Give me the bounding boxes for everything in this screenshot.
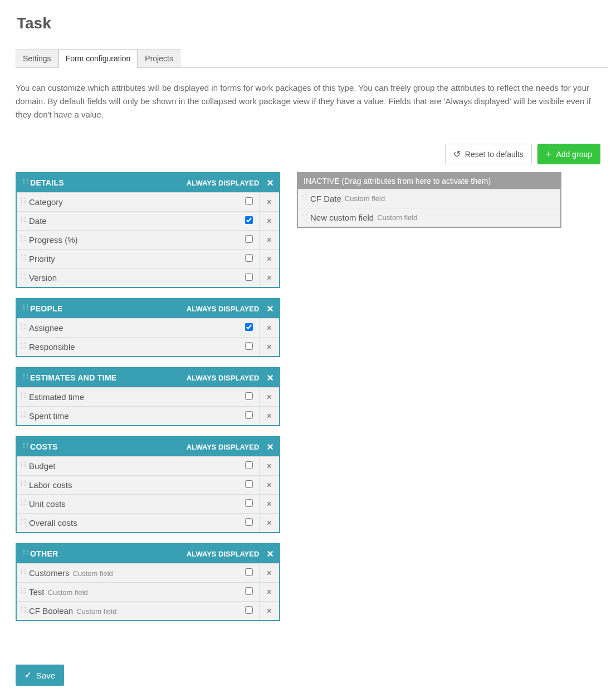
always-displayed-checkbox[interactable] xyxy=(245,254,253,262)
remove-group-icon[interactable]: × xyxy=(267,441,273,452)
always-displayed-checkbox[interactable] xyxy=(245,197,253,205)
group-header[interactable]: OTHERALWAYS DISPLAYED× xyxy=(17,544,279,563)
remove-field-icon[interactable]: × xyxy=(259,583,279,601)
always-displayed-checkbox[interactable] xyxy=(245,216,253,224)
drag-handle-icon[interactable] xyxy=(20,499,26,509)
field-row[interactable]: Category× xyxy=(17,192,279,211)
drag-handle-icon[interactable] xyxy=(20,518,26,528)
drag-handle-icon[interactable] xyxy=(20,216,26,226)
drag-handle-icon[interactable] xyxy=(20,606,26,616)
drag-handle-icon[interactable] xyxy=(301,213,307,222)
drag-handle-icon[interactable] xyxy=(20,323,26,333)
drag-handle-icon[interactable] xyxy=(22,442,27,451)
always-displayed-checkbox[interactable] xyxy=(245,273,253,281)
always-displayed-checkbox[interactable] xyxy=(245,342,253,350)
group-name: COSTS xyxy=(30,442,187,451)
always-displayed-checkbox[interactable] xyxy=(245,606,253,614)
field-row[interactable]: Budget× xyxy=(17,456,279,475)
field-row[interactable]: Estimated time× xyxy=(17,387,279,406)
field-row[interactable]: CustomersCustom field× xyxy=(17,563,279,582)
add-group-button[interactable]: + Add group xyxy=(537,144,600,164)
remove-field-icon[interactable]: × xyxy=(259,212,279,230)
tab-projects[interactable]: Projects xyxy=(138,49,180,68)
always-displayed-checkbox[interactable] xyxy=(245,480,253,488)
drag-handle-icon[interactable] xyxy=(22,373,27,382)
inactive-field-row[interactable]: New custom fieldCustom field xyxy=(298,208,560,227)
always-displayed-checkbox[interactable] xyxy=(245,323,253,331)
always-displayed-checkbox[interactable] xyxy=(245,411,253,419)
remove-field-icon[interactable]: × xyxy=(259,269,279,287)
field-row[interactable]: Priority× xyxy=(17,249,279,268)
remove-field-icon[interactable]: × xyxy=(259,564,279,582)
drag-handle-icon[interactable] xyxy=(20,568,26,578)
drag-handle-icon[interactable] xyxy=(20,587,26,597)
remove-field-icon[interactable]: × xyxy=(259,495,279,513)
always-displayed-checkbox[interactable] xyxy=(245,235,253,243)
group-header[interactable]: DETAILSALWAYS DISPLAYED× xyxy=(17,173,279,192)
tab-settings[interactable]: Settings xyxy=(16,49,58,68)
group-estimates-and-time: ESTIMATES AND TIMEALWAYS DISPLAYED×Estim… xyxy=(16,367,280,426)
remove-group-icon[interactable]: × xyxy=(267,177,273,188)
field-label: Version xyxy=(29,273,239,282)
plus-icon: + xyxy=(546,150,552,158)
drag-handle-icon[interactable] xyxy=(22,549,27,558)
remove-field-icon[interactable]: × xyxy=(259,193,279,211)
remove-group-icon[interactable]: × xyxy=(267,548,273,559)
group-header[interactable]: ESTIMATES AND TIMEALWAYS DISPLAYED× xyxy=(17,368,279,387)
field-suffix: Custom field xyxy=(345,194,385,203)
remove-field-icon[interactable]: × xyxy=(259,476,279,494)
remove-field-icon[interactable]: × xyxy=(259,250,279,268)
field-label: Progress (%) xyxy=(29,235,239,245)
remove-field-icon[interactable]: × xyxy=(259,602,279,620)
remove-field-icon[interactable]: × xyxy=(259,319,279,337)
drag-handle-icon[interactable] xyxy=(20,461,26,471)
field-row[interactable]: CF BooleanCustom field× xyxy=(17,601,279,620)
always-displayed-heading: ALWAYS DISPLAYED xyxy=(187,550,260,558)
always-displayed-checkbox[interactable] xyxy=(245,568,253,576)
reset-defaults-button[interactable]: ↺ Reset to defaults xyxy=(445,144,532,164)
always-displayed-checkbox[interactable] xyxy=(245,392,253,400)
group-name: ESTIMATES AND TIME xyxy=(30,373,187,382)
drag-handle-icon[interactable] xyxy=(22,304,27,313)
group-header[interactable]: COSTSALWAYS DISPLAYED× xyxy=(17,437,279,456)
field-row[interactable]: Date× xyxy=(17,211,279,230)
always-displayed-checkbox[interactable] xyxy=(245,518,253,526)
remove-field-icon[interactable]: × xyxy=(259,338,279,356)
remove-field-icon[interactable]: × xyxy=(259,407,279,425)
group-header[interactable]: PEOPLEALWAYS DISPLAYED× xyxy=(17,299,279,318)
field-row[interactable]: Spent time× xyxy=(17,406,279,425)
save-button[interactable]: Save xyxy=(16,665,64,686)
drag-handle-icon[interactable] xyxy=(20,254,26,263)
field-row[interactable]: Progress (%)× xyxy=(17,230,279,249)
drag-handle-icon[interactable] xyxy=(20,273,26,282)
field-suffix: Custom field xyxy=(73,569,113,578)
field-row[interactable]: Unit costs× xyxy=(17,494,279,513)
always-displayed-checkbox[interactable] xyxy=(245,461,253,469)
field-label: CF Date xyxy=(310,194,341,203)
field-row[interactable]: Responsible× xyxy=(17,337,279,356)
remove-field-icon[interactable]: × xyxy=(259,231,279,249)
tab-form-configuration[interactable]: Form configuration xyxy=(58,49,138,68)
remove-group-icon[interactable]: × xyxy=(267,372,273,383)
drag-handle-icon[interactable] xyxy=(20,197,26,207)
always-displayed-checkbox[interactable] xyxy=(245,587,253,595)
field-row[interactable]: Version× xyxy=(17,268,279,287)
drag-handle-icon[interactable] xyxy=(20,480,26,490)
field-row[interactable]: Labor costs× xyxy=(17,475,279,494)
remove-field-icon[interactable]: × xyxy=(259,457,279,475)
field-row[interactable]: Assignee× xyxy=(17,318,279,337)
remove-field-icon[interactable]: × xyxy=(259,388,279,406)
field-row[interactable]: Overall costs× xyxy=(17,513,279,532)
drag-handle-icon[interactable] xyxy=(22,178,27,187)
remove-group-icon[interactable]: × xyxy=(267,303,273,314)
drag-handle-icon[interactable] xyxy=(301,194,307,203)
drag-handle-icon[interactable] xyxy=(20,342,26,352)
drag-handle-icon[interactable] xyxy=(20,411,26,421)
inactive-field-row[interactable]: CF DateCustom field xyxy=(298,189,560,208)
field-row[interactable]: TestCustom field× xyxy=(17,582,279,601)
field-label: Responsible xyxy=(29,342,239,352)
drag-handle-icon[interactable] xyxy=(20,392,26,402)
remove-field-icon[interactable]: × xyxy=(259,514,279,532)
drag-handle-icon[interactable] xyxy=(20,235,26,245)
always-displayed-checkbox[interactable] xyxy=(245,499,253,507)
